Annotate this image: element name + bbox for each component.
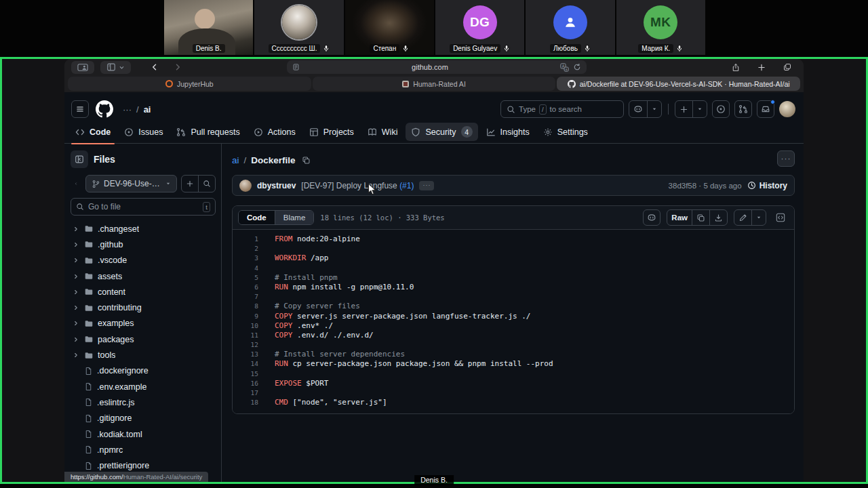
breadcrumb-owner-ellipsis[interactable]: ··· bbox=[123, 104, 132, 115]
tree-file-.kodiak.toml[interactable]: .kodiak.toml bbox=[71, 426, 216, 442]
browser-tab[interactable]: ai/Dockerfile at DEV-96-Use-Vercel-s-AI-… bbox=[557, 77, 800, 91]
repo-tab-actions[interactable]: Actions bbox=[248, 124, 301, 140]
code-line[interactable]: 15 bbox=[233, 369, 794, 379]
pull-requests-header-button[interactable] bbox=[734, 100, 752, 118]
edit-menu-caret[interactable] bbox=[751, 210, 766, 225]
inbox-button[interactable] bbox=[757, 100, 774, 118]
copilot-file-button[interactable] bbox=[643, 209, 660, 226]
code-line[interactable]: 9COPY server.js server-package.json lang… bbox=[233, 312, 794, 321]
code-line[interactable]: 4 bbox=[233, 264, 794, 273]
participant-tile[interactable]: DGDenis Gulyaev bbox=[435, 0, 524, 55]
tree-folder-tools[interactable]: tools bbox=[71, 347, 216, 363]
pr-link[interactable]: (#1) bbox=[399, 181, 414, 190]
issues-header-button[interactable] bbox=[712, 100, 730, 118]
code-line[interactable]: 12 bbox=[233, 340, 794, 350]
participant-tile[interactable]: Сссссссссс Ш. bbox=[254, 0, 343, 55]
user-avatar[interactable] bbox=[779, 101, 795, 117]
back-button[interactable] bbox=[146, 59, 163, 75]
search-input[interactable]: Type / to search bbox=[500, 100, 624, 118]
code-line[interactable]: 2 bbox=[233, 244, 794, 253]
address-bar[interactable]: github.com Aa bbox=[287, 60, 587, 74]
repo-tab-settings[interactable]: Settings bbox=[538, 124, 593, 140]
add-file-button[interactable] bbox=[182, 176, 198, 192]
raw-button[interactable]: Raw bbox=[667, 210, 692, 225]
code-line[interactable]: 6RUN npm install -g pnpm@10.11.0 bbox=[233, 283, 794, 292]
tree-folder-packages[interactable]: packages bbox=[71, 331, 216, 347]
new-tab-button[interactable] bbox=[753, 59, 770, 75]
repo-tab-pull-requests[interactable]: Pull requests bbox=[171, 124, 245, 140]
tree-folder-contributing[interactable]: contributing bbox=[71, 300, 216, 315]
browser-tab[interactable]: Human-Rated AI bbox=[313, 77, 556, 91]
edit-file-button[interactable] bbox=[734, 210, 751, 225]
hamburger-menu-button[interactable] bbox=[71, 100, 89, 118]
tree-folder-assets[interactable]: assets bbox=[71, 268, 216, 284]
repo-tab-issues[interactable]: Issues bbox=[119, 124, 168, 140]
reload-icon[interactable] bbox=[573, 63, 581, 71]
repo-tab-wiki[interactable]: Wiki bbox=[362, 124, 403, 140]
code-line[interactable]: 17 bbox=[233, 388, 794, 398]
participant-tile[interactable]: Любовь bbox=[526, 0, 614, 55]
code-line[interactable]: 10COPY .env* ./ bbox=[233, 321, 794, 331]
commit-sha-time[interactable]: 38d3f58 · 5 days ago bbox=[669, 182, 742, 190]
tree-folder-.changeset[interactable]: .changeset bbox=[71, 221, 216, 237]
more-options-button[interactable]: ··· bbox=[777, 150, 795, 167]
repo-tab-label: Wiki bbox=[382, 127, 398, 137]
code-line[interactable]: 8# Copy server files bbox=[233, 302, 794, 311]
tree-folder-content[interactable]: content bbox=[71, 284, 216, 300]
blame-tab[interactable]: Blame bbox=[275, 211, 314, 224]
tree-file-.env.example[interactable]: .env.example bbox=[71, 379, 216, 394]
breadcrumb-repo[interactable]: ai bbox=[144, 104, 151, 115]
collapse-file-tree-button[interactable] bbox=[71, 150, 88, 168]
github-logo-icon[interactable] bbox=[96, 100, 113, 118]
create-new-button[interactable] bbox=[675, 101, 692, 117]
code-line[interactable]: 1FROM node:20-alpine bbox=[233, 235, 794, 244]
code-line[interactable]: 13# Install server dependencies bbox=[233, 350, 794, 359]
code-line[interactable]: 18CMD ["node", "server.js"] bbox=[233, 398, 794, 407]
share-button[interactable] bbox=[728, 59, 744, 75]
repo-tab-insights[interactable]: Insights bbox=[481, 124, 535, 140]
history-button[interactable]: History bbox=[747, 181, 787, 190]
tab-overview-button[interactable] bbox=[779, 59, 795, 75]
screen-sharing-indicator[interactable] bbox=[71, 61, 94, 74]
download-button[interactable] bbox=[709, 210, 727, 225]
commit-description-toggle[interactable]: ··· bbox=[419, 181, 434, 190]
commit-message[interactable]: [DEV-97] Deploy Langfuse (#1) bbox=[301, 181, 414, 190]
forward-button[interactable] bbox=[170, 59, 186, 75]
code-line[interactable]: 5# Install pnpm bbox=[233, 273, 794, 283]
participant-tile[interactable]: Denis B. bbox=[164, 0, 253, 55]
repo-tab-projects[interactable]: Projects bbox=[304, 124, 359, 140]
symbols-panel-button[interactable] bbox=[772, 209, 789, 226]
code-line[interactable]: 11COPY .env.d/ ./.env.d/ bbox=[233, 331, 794, 340]
repo-tab-security[interactable]: Security4 bbox=[406, 123, 477, 141]
tree-folder-examples[interactable]: examples bbox=[71, 316, 216, 331]
go-to-file-input[interactable]: Go to file t bbox=[71, 198, 216, 216]
participant-tile[interactable]: Степан bbox=[345, 0, 434, 55]
translate-icon[interactable]: Aa bbox=[560, 63, 569, 72]
code-tab[interactable]: Code bbox=[239, 211, 275, 224]
code-line[interactable]: 3WORKDIR /app bbox=[233, 253, 794, 263]
code-line[interactable]: 16EXPOSE $PORT bbox=[233, 379, 794, 388]
participant-tile[interactable]: MKМария К. bbox=[616, 0, 705, 55]
browser-tab[interactable]: JupyterHub bbox=[68, 77, 311, 91]
tree-folder-.vscode[interactable]: .vscode bbox=[71, 253, 216, 268]
code-line[interactable]: 14RUN cp server-package.json package.jso… bbox=[233, 359, 794, 369]
tree-file-.npmrc[interactable]: .npmrc bbox=[71, 442, 216, 458]
copilot-button[interactable] bbox=[629, 101, 647, 117]
tree-folder-.github[interactable]: .github bbox=[71, 237, 216, 252]
repo-tab-code[interactable]: Code bbox=[70, 124, 116, 140]
branch-selector-button[interactable]: DEV-96-Use-V... bbox=[85, 175, 177, 192]
tree-file-.dockerignore[interactable]: .dockerignore bbox=[71, 363, 216, 379]
code-line[interactable]: 7 bbox=[233, 292, 794, 302]
copy-raw-button[interactable] bbox=[692, 210, 709, 225]
search-tree-button[interactable] bbox=[198, 176, 215, 192]
sidebar-toggle-button[interactable] bbox=[100, 61, 131, 74]
tree-file-.eslintrc.js[interactable]: .eslintrc.js bbox=[71, 394, 216, 410]
tree-file-.gitignore[interactable]: .gitignore bbox=[71, 411, 216, 426]
commit-author-avatar[interactable] bbox=[239, 180, 252, 192]
create-new-caret[interactable] bbox=[692, 101, 707, 117]
copilot-menu-caret[interactable] bbox=[647, 101, 661, 117]
file-breadcrumb-repo[interactable]: ai bbox=[232, 155, 239, 165]
commit-author[interactable]: dbystruev bbox=[257, 181, 296, 190]
sidebar-back-button[interactable] bbox=[71, 179, 81, 188]
copy-path-button[interactable] bbox=[302, 156, 311, 165]
